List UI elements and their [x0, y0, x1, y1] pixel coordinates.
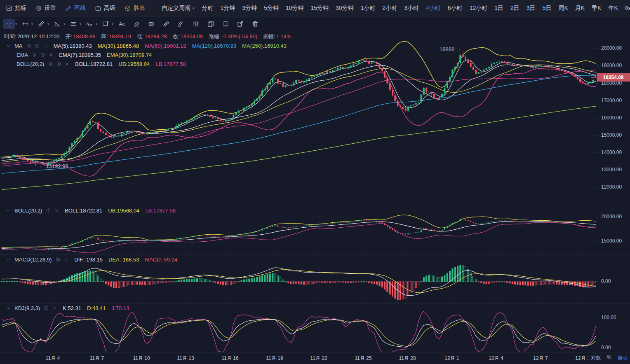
legend-value: BOLL:18722.81: [75, 61, 113, 67]
chevron-icon: [6, 257, 11, 262]
info-item: 高:18494.19: [101, 33, 131, 40]
price-annotation: ← 13192.98: [39, 163, 68, 169]
gear-icon[interactable]: [55, 257, 61, 262]
gear-icon[interactable]: [44, 306, 49, 311]
log-scale-toggle[interactable]: 对数: [591, 355, 601, 362]
close-icon: [52, 306, 57, 311]
legend-value: MA(5):18380.43: [54, 43, 92, 49]
info-item: 振幅:1.14%: [263, 33, 291, 40]
date-tick-label: 11月 22: [310, 355, 327, 362]
boll-legend: BOLL(20,2)BOLL:18722.81UB:19568.04LB:178…: [16, 60, 192, 68]
price-tick-label: 17000.00: [601, 98, 622, 103]
date-tick-label: 12月 1: [575, 355, 590, 362]
date-tick-label: 11月 16: [221, 355, 238, 362]
chevron-icon: [6, 43, 11, 49]
gear-icon: [46, 208, 51, 213]
chevron-icon: [6, 306, 11, 311]
legend-value: MACD:-59.24: [145, 257, 177, 263]
date-tick-label: 11月 19: [266, 355, 283, 362]
close-icon[interactable]: [54, 208, 59, 213]
price-tick-label: 16000.00: [601, 115, 622, 121]
price-tick-label: 100.00: [601, 315, 616, 320]
gear-icon: [44, 306, 49, 311]
eye-icon[interactable]: [48, 61, 53, 67]
date-tick-label: 12月 7: [533, 355, 548, 362]
last-price-badge: 18354.08: [597, 73, 630, 82]
collapse-chevron-icon[interactable]: [6, 306, 11, 311]
legend-value: D:43.41: [87, 305, 106, 311]
legend-value: EMA(7):18395.35: [59, 52, 101, 58]
gear-icon: [56, 61, 61, 67]
legend-value: UB:19568.04: [108, 208, 139, 214]
gear-icon[interactable]: [56, 61, 61, 67]
info-item: 低:18284.28: [137, 33, 167, 40]
close-icon[interactable]: [43, 43, 48, 49]
price-tick-label: 15000.00: [601, 132, 622, 138]
date-tick-label: 12月 4: [489, 355, 503, 362]
close-icon: [63, 257, 69, 262]
date-tick-label: 11月 7: [90, 355, 104, 362]
gear-icon: [40, 52, 45, 58]
boll-panel-header: BOLL(20,2)BOLL:18722.81UB:19568.04LB:178…: [6, 207, 181, 214]
collapse-chevron-icon[interactable]: [6, 208, 11, 213]
price-tick-label: 20000.00: [601, 45, 622, 51]
eye-icon: [48, 61, 53, 67]
date-tick-label: 11月 4: [46, 355, 60, 362]
close-icon[interactable]: [63, 257, 69, 262]
kdj-panel-header: KDJ(9,3,3)K:52.31D:43.41J:70.13: [6, 304, 135, 312]
legend-title: EMA: [16, 52, 28, 58]
date-tick-label: 11月 13: [177, 355, 194, 362]
legend-value: MA(120):18570.93: [192, 43, 237, 49]
date-tick-label: 12月 1: [444, 355, 459, 362]
date-tick-label: 11月 28: [399, 355, 416, 362]
info-item: 涨幅:-0.30%(-54.80): [209, 33, 257, 40]
date-tick-label: 11月 10: [133, 355, 150, 362]
eye-icon[interactable]: [26, 43, 32, 49]
legend-value: LB:17877.58: [145, 208, 176, 214]
legend-value: DEA:-168.53: [108, 257, 139, 263]
price-tick-label: 20000.00: [601, 214, 622, 219]
legend-title: BOLL(20,2): [14, 208, 42, 214]
legend-title: MA: [14, 43, 23, 49]
legend-value: MA(60):19001.18: [145, 43, 186, 49]
ema-legend: EMAEMA(7):18395.35EMA(30):18709.74: [16, 51, 158, 58]
chevron-icon: [6, 208, 11, 213]
macd-panel-header: MACD(12,26,9)DIF:-198.15DEA:-168.53MACD:…: [6, 256, 183, 263]
gear-icon[interactable]: [35, 43, 40, 49]
info-item: 开:18408.88: [65, 33, 95, 40]
legend-value: J:70.13: [112, 305, 129, 311]
legend-title: KDJ(9,3,3): [14, 305, 40, 311]
legend-value: BOLL:18722.81: [65, 208, 102, 214]
eye-icon: [32, 52, 37, 58]
auto-scale-toggle[interactable]: 自动: [618, 355, 628, 362]
close-icon[interactable]: [64, 61, 70, 67]
close-icon: [54, 208, 59, 213]
price-annotation: 19888 →: [440, 46, 461, 52]
collapse-chevron-icon[interactable]: [6, 43, 11, 49]
info-item: 时间:2020-12-10 12:00: [4, 33, 59, 40]
close-icon[interactable]: [52, 306, 57, 311]
legend-value: MA(30):18865.48: [98, 43, 139, 49]
price-tick-label: 14000.00: [601, 149, 622, 155]
price-tick-label: 13000.00: [601, 167, 622, 173]
eye-icon[interactable]: [32, 52, 37, 58]
legend-title: BOLL(20,2): [16, 61, 44, 67]
price-tick-label: 0.00: [601, 345, 611, 350]
price-tick-label: 15000.00: [601, 238, 622, 244]
collapse-chevron-icon[interactable]: [6, 257, 11, 262]
ma-legend: MAMA(5):18380.43MA(30):18865.48MA(60):19…: [6, 42, 292, 49]
gear-icon[interactable]: [46, 208, 51, 213]
close-icon: [48, 52, 54, 58]
price-tick-label: 19000.00: [601, 63, 622, 68]
axis-scale-controls: 对数 % 自动: [588, 355, 628, 362]
close-icon[interactable]: [48, 52, 54, 58]
percent-scale-toggle[interactable]: %: [607, 355, 611, 362]
close-icon: [43, 43, 48, 49]
trading-app: 指标设置画线高级胜率 自定义周期 ▾ 分时1分钟3分钟5分钟10分钟15分钟30…: [0, 0, 630, 364]
info-item: 收:18354.08: [173, 33, 203, 40]
legend-value: K:52.31: [63, 305, 81, 311]
close-icon: [64, 61, 70, 67]
ohlc-info-bar: 时间:2020-12-10 12:00开:18408.88高:18494.19低…: [4, 33, 297, 40]
date-tick-label: 11月 25: [355, 355, 371, 362]
gear-icon[interactable]: [40, 52, 45, 58]
